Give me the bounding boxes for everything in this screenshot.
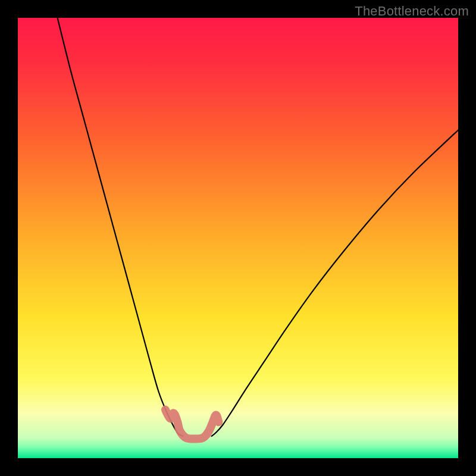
- chart-svg: [18, 18, 458, 458]
- chart-background: [18, 18, 458, 458]
- plot-area: [18, 18, 458, 458]
- watermark-text: TheBottleneck.com: [355, 4, 469, 19]
- chart-container: TheBottleneck.com: [0, 0, 476, 476]
